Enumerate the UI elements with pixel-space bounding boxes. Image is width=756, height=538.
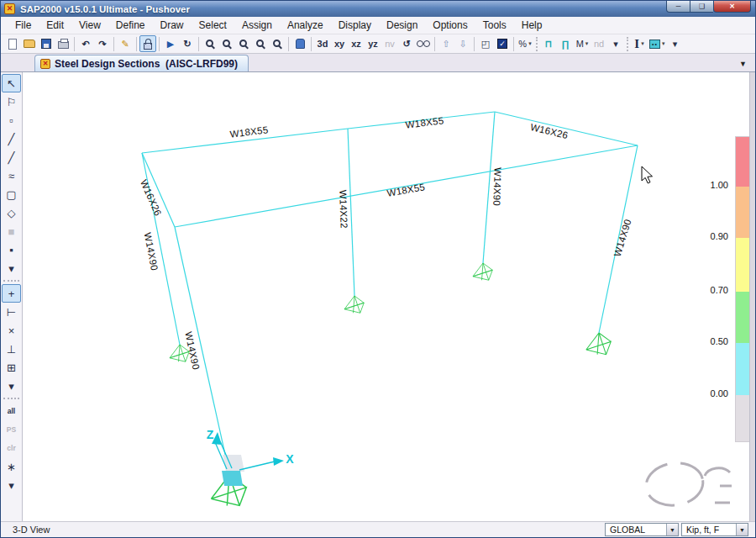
menu-draw[interactable]: Draw [153, 18, 192, 33]
quick-draw-truss-button[interactable]: M▾ [574, 35, 591, 52]
assign-display-button[interactable]: %▾ [517, 35, 533, 52]
snap-to-joints-glyph: + [8, 287, 15, 300]
view-xy-button[interactable]: xy [331, 35, 348, 52]
print-button[interactable] [55, 35, 71, 52]
perspective-toggle-button[interactable] [415, 35, 432, 52]
new-model-button[interactable] [4, 35, 21, 52]
lock-model-icon [144, 43, 152, 50]
menu-define[interactable]: Define [108, 18, 153, 33]
draw-special-joint-button[interactable]: ▫ [2, 111, 21, 129]
units-dropdown-icon[interactable]: ▼ [736, 524, 748, 535]
undo-button[interactable]: ↶ [77, 35, 94, 52]
run-analysis-button[interactable]: ▶ [162, 35, 179, 52]
previous-selection-glyph: PS [7, 425, 16, 434]
move-up-in-list-button[interactable]: ⇧ [438, 35, 454, 52]
more-tools-dropdown-glyph: ▾ [673, 39, 678, 50]
toolbar-separator [159, 37, 160, 51]
quick-draw-portal-frame-button[interactable]: ⊓ [540, 35, 557, 52]
zoom-full-view-button[interactable] [218, 35, 235, 52]
draw-more-dropdown[interactable]: ▾ [2, 259, 21, 277]
redo-button[interactable]: ↷ [94, 35, 111, 52]
lock-model-button[interactable] [139, 35, 156, 52]
menu-select[interactable]: Select [192, 18, 234, 33]
snap-to-perpendicular-button[interactable]: ⊥ [2, 340, 21, 358]
coordinate-system-value: GLOBAL [606, 525, 666, 535]
select-all-button[interactable]: all [2, 402, 21, 420]
zoom-out-button[interactable] [269, 35, 286, 52]
view-3d-button[interactable]: 3d [314, 35, 331, 52]
rotate-3d-view-glyph: ↺ [402, 39, 410, 50]
menu-view[interactable]: View [71, 18, 108, 33]
draw-frame-button[interactable]: ╱ [2, 129, 21, 148]
menu-analyze[interactable]: Analyze [280, 18, 331, 33]
rerun-analysis-button[interactable]: ↻ [179, 35, 196, 52]
snap-dropdown[interactable]: ▾ [2, 377, 21, 395]
pan-button[interactable] [291, 35, 308, 52]
draw-pencil-button[interactable]: ✎ [117, 35, 134, 52]
coordinate-system-dropdown-icon[interactable]: ▼ [666, 524, 678, 535]
window-list-dropdown[interactable]: ▼ [739, 60, 747, 68]
snap-dropdown-glyph: ▾ [8, 380, 14, 393]
draw-rect-area-button[interactable]: ■ [2, 222, 21, 240]
menu-edit[interactable]: Edit [39, 18, 71, 33]
snap-to-joints-button[interactable]: + [2, 284, 21, 303]
units-select[interactable]: Kip, ft, F ▼ [681, 523, 748, 536]
snap-to-midpoints-button[interactable]: ⊢ [2, 303, 21, 321]
draw-link-button[interactable]: ≈ [2, 166, 21, 185]
quick-draw-truss-dropdown-icon[interactable]: ▾ [585, 40, 589, 47]
minimize-button[interactable]: ─ [666, 1, 690, 13]
x-axis-arrowhead [273, 457, 284, 466]
save-button[interactable] [38, 35, 55, 52]
close-button[interactable]: ✕ [713, 1, 751, 13]
frame-member-w14x90[interactable] [175, 227, 229, 473]
draw-poly-area-button[interactable]: ◇ [2, 203, 21, 222]
menu-design[interactable]: Design [379, 18, 425, 33]
title-bar[interactable]: ✕ SAP2000 v15.0.1 Ultimate - Pushover ─❑… [1, 1, 755, 17]
object-shrink-toggle-button[interactable]: ◰ [477, 35, 494, 52]
selection-dropdown[interactable]: ▾ [2, 476, 21, 494]
restore-button[interactable]: ❑ [690, 1, 713, 13]
zoom-rubber-band-button[interactable] [202, 35, 218, 52]
named-selection-button[interactable]: ∗ [2, 457, 21, 476]
nd-glyph: nd [594, 39, 604, 49]
coordinate-system-select[interactable]: GLOBAL ▼ [605, 523, 679, 536]
frame-member-w16x26[interactable] [495, 112, 638, 145]
menu-tools[interactable]: Tools [475, 18, 514, 33]
view-yz-button[interactable]: yz [365, 35, 381, 52]
select-pointer-button[interactable]: ↖ [2, 74, 21, 92]
menu-file[interactable]: File [8, 18, 39, 33]
reshape-object-button[interactable]: ⚐ [2, 92, 21, 111]
frame-section-dropdown-icon[interactable]: ▾ [641, 40, 644, 47]
snap-to-intersections-button[interactable]: × [2, 321, 21, 340]
section-display-dropdown-icon[interactable]: ▾ [662, 40, 665, 47]
draw-quick-area-button[interactable]: ▪ [2, 240, 21, 259]
templates-dropdown[interactable]: ▾ [607, 35, 624, 52]
view-xz-button[interactable]: xz [348, 35, 365, 52]
view-xy-glyph: xy [334, 39, 344, 49]
origin-teal-square [222, 471, 243, 486]
move-down-in-list-button[interactable]: ⇩ [454, 35, 471, 52]
member-section-label: W18X55 [405, 115, 444, 130]
tab-steel-design-sections[interactable]: ✕ Steel Design Sections (AISC-LRFD99) [34, 55, 249, 71]
zoom-previous-button[interactable] [235, 35, 252, 52]
menu-assign[interactable]: Assign [234, 18, 280, 33]
menu-display[interactable]: Display [331, 18, 379, 33]
rotate-3d-view-button[interactable]: ↺ [398, 35, 415, 52]
open-file-button[interactable] [21, 35, 38, 52]
draw-area-button[interactable]: ▢ [2, 185, 21, 203]
more-tools-dropdown[interactable]: ▾ [667, 35, 684, 52]
toolbar-separator [113, 37, 114, 51]
quick-draw-braced-frame-button[interactable]: ∏ [557, 35, 574, 52]
zoom-in-button[interactable] [252, 35, 269, 52]
assign-display-dropdown-icon[interactable]: ▾ [528, 40, 532, 47]
set-display-options-button[interactable] [494, 35, 511, 52]
model-view-canvas[interactable]: W18X55W18X55W16X26W18X55W16X26W14X90W14X… [23, 72, 749, 521]
frame-section-button[interactable]: I▾ [631, 35, 648, 52]
draw-quick-frame-button[interactable]: ╱ [2, 148, 21, 166]
zoom-out-icon [273, 40, 281, 47]
snap-to-grid-button[interactable]: ⊞ [2, 358, 21, 377]
toolbar-separator [474, 37, 475, 51]
menu-help[interactable]: Help [514, 18, 550, 33]
section-display-button[interactable]: ▾ [648, 35, 667, 52]
menu-options[interactable]: Options [425, 18, 475, 33]
